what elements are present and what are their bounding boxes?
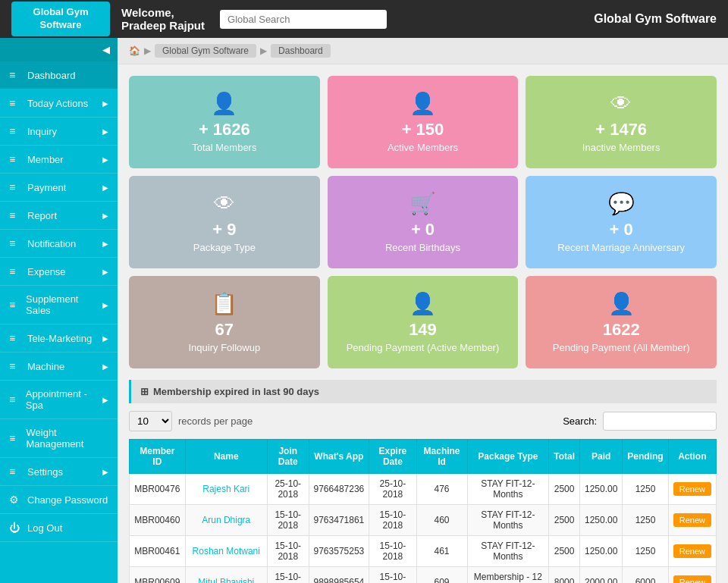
global-search-input[interactable] xyxy=(220,10,387,29)
sidebar-item-notification[interactable]: ≡ Notification ▶ xyxy=(0,230,118,258)
active-members-label: Active Members xyxy=(339,142,507,153)
sidebar-item-logout[interactable]: ⏻ Log Out xyxy=(0,514,118,542)
breadcrumb-dashboard[interactable]: Dashboard xyxy=(271,44,331,58)
col-expire-date: Expire Date xyxy=(369,440,416,474)
cell-pending: 1250 xyxy=(623,474,668,505)
sidebar-item-member[interactable]: ≡ Member ▶ xyxy=(0,146,118,174)
sidebar-item-label: Supplement Sales xyxy=(26,293,96,316)
renew-button[interactable]: Renew xyxy=(673,513,711,527)
sidebar-item-settings[interactable]: ≡ Settings ▶ xyxy=(0,458,118,486)
sidebar-item-dashboard[interactable]: ≡ Dashboard xyxy=(0,61,118,89)
logo: Global Gym Software xyxy=(11,2,110,36)
breadcrumb-global-gym[interactable]: Global Gym Software xyxy=(155,44,256,58)
cell-pending: 1250 xyxy=(623,536,668,567)
col-machine-id: Machine Id xyxy=(416,440,467,474)
col-paid: Paid xyxy=(579,440,622,474)
sidebar-item-tele-marketing[interactable]: ≡ Tele-Marketing ▶ xyxy=(0,324,118,353)
person-icon: 👤 xyxy=(140,91,309,116)
dashboard-icon: ≡ xyxy=(9,69,21,81)
renew-button[interactable]: Renew xyxy=(673,482,711,496)
sidebar-item-label: Log Out xyxy=(27,522,62,534)
sidebar-item-today-actions[interactable]: ≡ Today Actions ▶ xyxy=(0,89,118,118)
cell-action[interactable]: Renew xyxy=(668,474,716,505)
col-package-type: Package Type xyxy=(467,440,549,474)
sidebar-item-expense[interactable]: ≡ Expense ▶ xyxy=(0,258,118,286)
chevron-right-icon: ▶ xyxy=(102,155,108,164)
cell-package-type: Membership - 12 Months xyxy=(467,567,549,584)
sidebar-item-change-password[interactable]: ⚙ Change Password xyxy=(0,486,118,514)
col-action: Action xyxy=(668,440,716,474)
active-members-value: + 150 xyxy=(339,120,507,139)
table-search-input[interactable] xyxy=(603,412,717,431)
sidebar-item-report[interactable]: ≡ Report ▶ xyxy=(0,202,118,230)
pending-all-value: 1622 xyxy=(537,320,705,340)
cell-total: 2500 xyxy=(549,474,580,505)
cell-name[interactable]: Roshan Motwani xyxy=(185,536,267,567)
home-icon[interactable]: 🏠 xyxy=(129,45,140,56)
cell-name[interactable]: Arun Dhigra xyxy=(185,505,267,536)
records-per-page-label: records per page xyxy=(178,415,253,427)
inquiry-followup-value: 67 xyxy=(140,320,309,340)
package-type-label: Package Type xyxy=(140,242,309,253)
stat-card-marriage-anniversary[interactable]: 💬 + 0 Recent Marriage Anniversary xyxy=(526,176,717,268)
breadcrumb: 🏠 ▶ Global Gym Software ▶ Dashboard xyxy=(118,38,728,64)
brand-name: Global Gym Software xyxy=(594,12,717,26)
grid-icon: ⊞ xyxy=(140,386,149,397)
stat-card-total-members[interactable]: 👤 + 1626 Total Members xyxy=(129,76,320,168)
sidebar-item-supplement-sales[interactable]: ≡ Supplement Sales ▶ xyxy=(0,286,118,324)
cell-total: 2500 xyxy=(549,536,580,567)
recent-birthdays-label: Recent Birthdays xyxy=(339,242,507,253)
chevron-right-icon: ▶ xyxy=(102,127,108,136)
stat-card-pending-all[interactable]: 👤 1622 Pending Payment (All Member) xyxy=(526,276,717,368)
welcome-label: Welcome, xyxy=(121,6,205,19)
renew-button[interactable]: Renew xyxy=(673,575,711,583)
payment-icon: ≡ xyxy=(9,181,21,193)
cell-action[interactable]: Renew xyxy=(668,567,716,584)
sidebar-toggle[interactable]: ◀ xyxy=(0,38,118,61)
total-members-label: Total Members xyxy=(140,142,309,153)
cell-pending: 6000 xyxy=(623,567,668,584)
stat-card-inquiry-followup[interactable]: 📋 67 Inquiry Followup xyxy=(129,276,320,368)
stat-card-inactive-members[interactable]: 👁 + 1476 Inactive Members xyxy=(526,76,717,168)
marriage-anniversary-label: Recent Marriage Anniversary xyxy=(537,242,705,253)
person-icon: 👤 xyxy=(537,291,705,316)
cell-name[interactable]: Mitul Bhavishi xyxy=(185,567,267,584)
person-icon: 👤 xyxy=(339,91,507,116)
cell-total: 2500 xyxy=(549,505,580,536)
cell-whatsapp: 9898985654 xyxy=(309,567,369,584)
table-row: MBR00460 Arun Dhigra 15-10-2018 97634718… xyxy=(130,505,717,536)
section-title: Membership expired in last 90 days xyxy=(153,386,319,397)
cell-package-type: STAY FIT-12-Months xyxy=(467,474,549,505)
sidebar-item-label: Today Actions xyxy=(27,98,88,109)
cell-name[interactable]: Rajesh Kari xyxy=(185,474,267,505)
sidebar-item-payment[interactable]: ≡ Payment ▶ xyxy=(0,174,118,202)
pending-active-label: Pending Payment (Active Member) xyxy=(339,342,507,353)
stat-card-active-members[interactable]: 👤 + 150 Active Members xyxy=(328,76,519,168)
chevron-right-icon: ▶ xyxy=(102,468,108,476)
cell-action[interactable]: Renew xyxy=(668,536,716,567)
chevron-right-icon: ▶ xyxy=(102,99,108,108)
sidebar-item-weight-management[interactable]: ≡ Weight Management xyxy=(0,419,118,458)
renew-button[interactable]: Renew xyxy=(673,544,711,558)
sidebar-item-inquiry[interactable]: ≡ Inquiry ▶ xyxy=(0,118,118,146)
stat-card-package-type[interactable]: 👁 + 9 Package Type xyxy=(129,176,320,268)
records-per-page-select[interactable]: 10 25 50 100 xyxy=(129,411,172,431)
global-search-box[interactable] xyxy=(220,10,387,29)
cell-expire-date: 15-10-2018 xyxy=(369,567,416,584)
inquiry-followup-label: Inquiry Followup xyxy=(140,342,309,353)
sidebar-item-machine[interactable]: ≡ Machine ▶ xyxy=(0,353,118,381)
sidebar-item-label: Dashboard xyxy=(27,70,76,81)
cell-package-type: STAY FIT-12-Months xyxy=(467,536,549,567)
membership-table: Member ID Name Join Date What's App Expi… xyxy=(129,439,717,583)
stat-card-pending-active[interactable]: 👤 149 Pending Payment (Active Member) xyxy=(328,276,519,368)
cell-member-id: MBR00476 xyxy=(130,474,186,505)
cell-action[interactable]: Renew xyxy=(668,505,716,536)
sidebar-item-label: Settings xyxy=(27,466,63,478)
sidebar-item-appointment[interactable]: ≡ Appointment - Spa ▶ xyxy=(0,381,118,419)
cell-member-id: MBR00461 xyxy=(130,536,186,567)
appointment-icon: ≡ xyxy=(9,393,20,406)
col-whatsapp: What's App xyxy=(309,440,369,474)
settings-icon: ≡ xyxy=(9,465,21,478)
stat-card-recent-birthdays[interactable]: 🛒 + 0 Recent Birthdays xyxy=(328,176,519,268)
cell-join-date: 15-10-2018 xyxy=(267,567,309,584)
